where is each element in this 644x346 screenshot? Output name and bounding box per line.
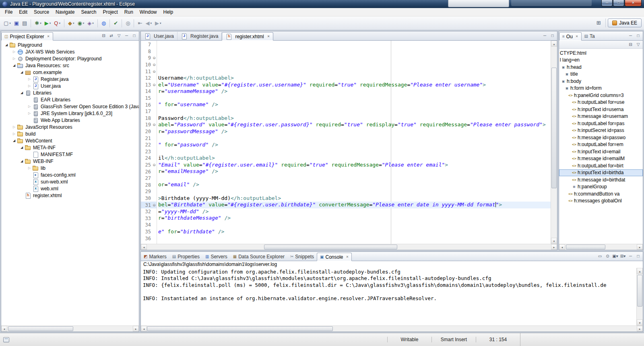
code-line-22[interactable]: " for="password" /> (158, 142, 551, 148)
expand-twisty-icon[interactable]: ▷ (11, 57, 17, 60)
view-tab-snippets[interactable]: ✂Snippets (287, 252, 317, 261)
last-edit-location-button[interactable]: ⇤ (136, 19, 143, 28)
scroll-down-icon[interactable]: ▾ (551, 238, 557, 244)
scroll-up-icon[interactable]: ▴ (637, 268, 643, 274)
maximize-button[interactable]: □ (635, 33, 642, 39)
pin-console-icon[interactable]: ⊙ (604, 253, 611, 260)
editor-tab-register-java[interactable]: Register.java (178, 32, 222, 40)
open-perspective-button[interactable]: ⊞ (594, 18, 603, 28)
maximize-window-button[interactable]: □ (613, 0, 624, 6)
outline-item-h-outputlabel-for-birt[interactable]: <>h:outputLabel for=birt (559, 162, 643, 169)
outline-item-h-message-id-emailm[interactable]: <>h:message id=emailM (559, 155, 643, 163)
code-line-28[interactable]: or="email" /> (158, 181, 551, 188)
code-line-32[interactable]: ="yyyy-MM-dd" /> (158, 208, 551, 215)
outline-item-h-panelgroup[interactable]: ⊞h:panelGroup (559, 183, 643, 191)
code-line-19[interactable]: abel="Password" value="#{register.user.p… (158, 122, 551, 128)
view-tab-properties[interactable]: ▤Properties (169, 252, 202, 261)
code-line-36[interactable] (158, 235, 551, 242)
tree-item-jax-ws-web-services[interactable]: ▷JAX-WS Web Services (1, 48, 139, 55)
fold-collapse-icon[interactable]: ⊖ (152, 82, 157, 88)
scroll-up-icon[interactable]: ▴ (551, 41, 557, 47)
dropdown-arrow-icon[interactable]: ▾ (92, 22, 94, 25)
tree-item-register-java[interactable]: ▷Register.java (1, 76, 139, 82)
scroll-thumb[interactable] (551, 68, 557, 188)
outline-item-h-body[interactable]: ▣h:body (559, 78, 643, 85)
outline-item-h-message-id-usernam[interactable]: <>h:message id=usernam (559, 113, 643, 120)
view-tab-data-source-explorer[interactable]: ▦Data Source Explorer (230, 252, 287, 261)
clear-console-icon[interactable]: ▭ (597, 253, 603, 260)
dropdown-arrow-icon[interactable]: ▾ (73, 22, 74, 25)
menu-source[interactable]: Source (31, 8, 52, 16)
expand-twisty-icon[interactable]: ▷ (27, 84, 32, 88)
external-tools-button[interactable]: Q▾ (53, 19, 62, 28)
fold-collapse-icon[interactable]: ⊖ (152, 55, 157, 61)
outline-item-h-form-id-form[interactable]: ▣h:form id=form (559, 85, 643, 92)
outline-tab-ou[interactable]: ≡Ou✕ (559, 32, 582, 41)
fold-collapse-icon[interactable]: ⊖ (152, 62, 157, 68)
view-menu-icon[interactable]: ▽ (635, 41, 642, 48)
menu-edit[interactable]: Edit (16, 8, 31, 16)
open-search-button[interactable]: ◎ (124, 19, 131, 28)
menu-project[interactable]: Project (99, 8, 121, 16)
scroll-thumb[interactable] (637, 275, 642, 307)
minimize-button[interactable]: ─ (627, 33, 634, 39)
console-vscrollbar[interactable]: ▴ ▾ (636, 268, 643, 325)
fold-collapse-icon[interactable]: ⊖ (152, 162, 157, 168)
tree-item-user-java[interactable]: ▷User.java (1, 82, 139, 89)
tree-item-javascript-resources[interactable]: ▷JavaScript Resources (1, 124, 139, 130)
editor-tab-register-xhtml[interactable]: register.xhtml✕ (222, 32, 273, 41)
tree-item-web-xml[interactable]: web.xml (1, 185, 139, 192)
expand-twisty-icon[interactable]: ▷ (27, 77, 32, 81)
minimize-window-button[interactable]: ─ (601, 0, 613, 6)
code-line-20[interactable]: r="passwordMessage" /> (158, 128, 551, 135)
new-web-project-button[interactable]: ◆▾ (67, 19, 76, 28)
tree-item-faces-config-xml[interactable]: faces-config.xml (1, 171, 139, 178)
view-tab-markers[interactable]: ◩Markers (141, 252, 169, 261)
dropdown-arrow-icon[interactable]: ▾ (150, 22, 152, 25)
code-line-33[interactable]: r="birthdateMessage" /> (158, 215, 551, 222)
outline-item-h-inputtext-id-email[interactable]: <>h:inputText id=email (559, 148, 643, 155)
scroll-right-icon[interactable]: ▸ (637, 326, 643, 332)
scroll-left-icon[interactable]: ◂ (141, 326, 147, 332)
code-line-27[interactable] (158, 175, 551, 182)
maximize-button[interactable]: □ (549, 33, 556, 39)
collapse-all-icon[interactable]: ⊟ (627, 41, 634, 48)
tree-item-ear-libraries[interactable]: EAR Libraries (1, 96, 139, 103)
editor-tab-user-java[interactable]: User.java (141, 32, 178, 40)
collapse-all-icon[interactable]: ⊟ (100, 33, 107, 39)
view-menu-icon[interactable]: ▽ (116, 33, 122, 39)
console-output[interactable]: INFO: Updating configuration from org.ap… (141, 268, 636, 325)
tree-item-sun-web-xml[interactable]: sun-web.xml (1, 178, 139, 185)
tree-item-webcontent[interactable]: ◢WebContent (1, 137, 139, 144)
run-button[interactable]: ▶▾ (43, 19, 52, 28)
scroll-left-icon[interactable]: ◂ (1, 326, 7, 332)
code-line-14[interactable]: r="usernameMessage" /> (158, 88, 551, 95)
link-with-editor-icon[interactable]: ⇄ (108, 33, 115, 39)
code-line-11[interactable] (158, 68, 551, 75)
collapse-twisty-icon[interactable]: ◢ (19, 70, 25, 74)
code-line-7[interactable] (158, 41, 551, 48)
code-line-23[interactable] (158, 148, 551, 155)
outline-tab-ta[interactable]: ▤Ta (582, 32, 598, 40)
expand-twisty-icon[interactable]: ▷ (27, 166, 32, 170)
outline-item-h-inputtext-id-userna[interactable]: <>h:inputText id=userna (559, 106, 643, 113)
scroll-left-icon[interactable]: ◂ (559, 244, 565, 250)
fold-collapse-icon[interactable]: ⊖ (152, 68, 157, 75)
editor-vscrollbar[interactable]: ▴ ▾ (551, 41, 557, 244)
menu-window[interactable]: Window (136, 8, 160, 16)
editor-hscrollbar[interactable]: ◂ ▸ (141, 244, 557, 250)
code-line-34[interactable] (158, 222, 551, 229)
editor-code[interactable]: Username</h:outputLabel>el="Username" va… (157, 41, 551, 244)
menu-run[interactable]: Run (121, 8, 136, 16)
collapse-twisty-icon[interactable]: ◢ (19, 159, 25, 163)
new-class-button[interactable]: ◉▾ (76, 19, 86, 28)
scroll-left-icon[interactable]: ◂ (141, 244, 147, 250)
tree-item-build[interactable]: ▷build (1, 130, 139, 137)
close-window-button[interactable]: ✕ (625, 0, 642, 6)
view-tab-console[interactable]: ▣Console✕ (317, 253, 352, 261)
minimize-button[interactable]: ─ (541, 33, 548, 39)
menu-navigate[interactable]: Navigate (52, 8, 78, 16)
code-line-35[interactable]: e" for="birthdate" /> (158, 229, 551, 235)
code-line-17[interactable] (158, 108, 551, 115)
new-package-button[interactable]: ◈▾ (86, 19, 95, 28)
